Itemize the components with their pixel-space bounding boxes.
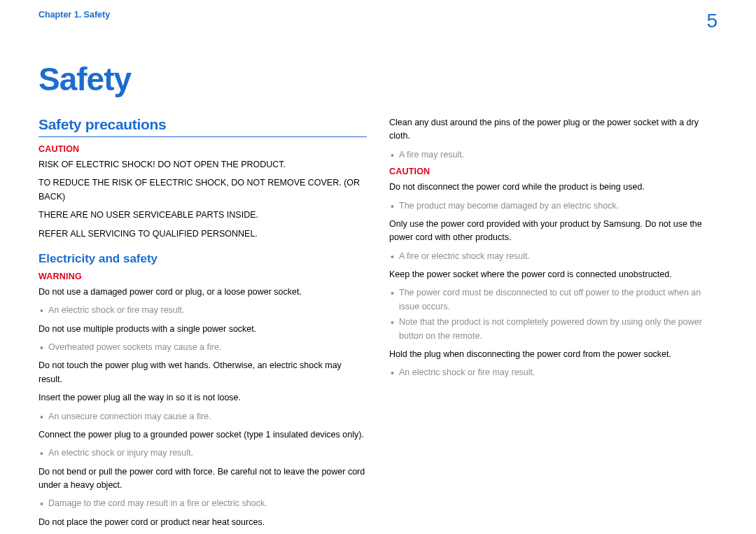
- body-text: Do not place the power cord or product n…: [38, 516, 367, 529]
- note-text: An unsecure connection may cause a fire.: [38, 410, 367, 423]
- caution-label: CAUTION: [389, 167, 718, 176]
- page-header: Chapter 1. Safety 5: [0, 0, 756, 32]
- note-text: An electric shock or injury may result.: [38, 447, 367, 460]
- caution-label: CAUTION: [38, 144, 367, 154]
- page-title: Safety: [38, 60, 756, 98]
- body-text: Do not use multiple products with a sing…: [38, 323, 367, 336]
- body-text: Do not disconnect the power cord while t…: [389, 181, 718, 194]
- page-title-wrap: Safety: [0, 32, 756, 98]
- body-text: THERE ARE NO USER SERVICEABLE PARTS INSI…: [38, 209, 367, 222]
- body-text: Clean any dust around the pins of the po…: [389, 116, 718, 143]
- section-safety-precautions: Safety precautions: [38, 116, 367, 137]
- note-text: Note that the product is not completely …: [389, 316, 718, 343]
- left-column: Safety precautions CAUTION RISK OF ELECT…: [38, 116, 367, 534]
- note-text: An electric shock or fire may result.: [38, 304, 367, 317]
- body-text: Connect the power plug to a grounded pow…: [38, 428, 367, 442]
- note-text: A fire may result.: [389, 148, 718, 162]
- body-text: TO REDUCE THE RISK OF ELECTRIC SHOCK, DO…: [38, 176, 367, 204]
- body-text: Hold the plug when disconnecting the pow…: [389, 348, 718, 361]
- body-text: Do not touch the power plug with wet han…: [38, 359, 367, 386]
- body-text: Insert the power plug all the way in so …: [38, 391, 367, 405]
- warning-label: WARNING: [38, 272, 367, 281]
- chapter-label: Chapter 1. Safety: [38, 10, 110, 20]
- note-text: A fire or electric shock may result.: [389, 250, 718, 263]
- page-number: 5: [706, 10, 718, 32]
- body-text: Only use the power cord provided with yo…: [389, 218, 718, 245]
- note-text: The power cord must be disconnected to c…: [389, 286, 718, 314]
- body-text: REFER ALL SERVICING TO QUALIFIED PERSONN…: [38, 227, 367, 241]
- right-column: Clean any dust around the pins of the po…: [389, 116, 718, 534]
- note-text: Overheated power sockets may cause a fir…: [38, 341, 367, 354]
- body-text: Do not use a damaged power cord or plug,…: [38, 286, 367, 299]
- note-text: The product may become damaged by an ele…: [389, 199, 718, 213]
- content-columns: Safety precautions CAUTION RISK OF ELECT…: [0, 98, 756, 534]
- body-text: RISK OF ELECTRIC SHOCK! DO NOT OPEN THE …: [38, 158, 367, 171]
- body-text: Keep the power socket where the power co…: [389, 268, 718, 281]
- note-text: Damage to the cord may result in a fire …: [38, 497, 367, 510]
- body-text: Do not bend or pull the power cord with …: [38, 465, 367, 493]
- note-text: An electric shock or fire may result.: [389, 366, 718, 379]
- section-electricity: Electricity and safety: [38, 252, 367, 266]
